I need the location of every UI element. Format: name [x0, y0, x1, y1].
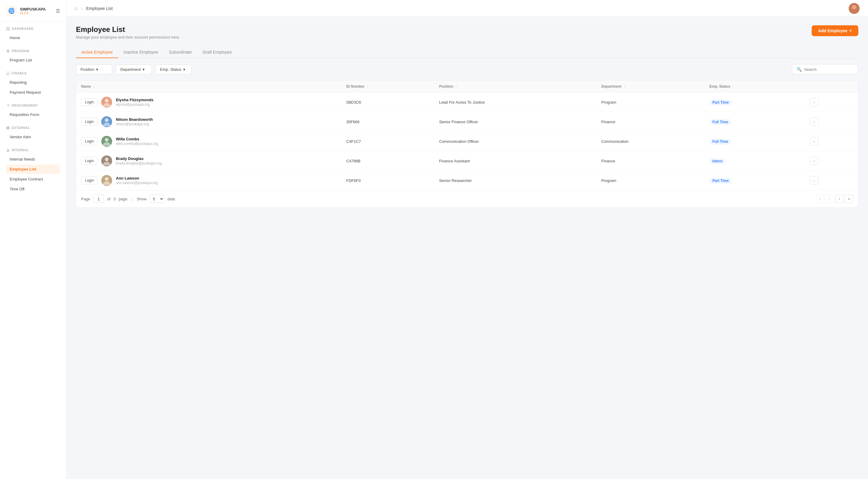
cell-id-3: C4798B — [341, 151, 434, 171]
total-pages: 3 — [113, 197, 116, 201]
sidebar-logo: 🌀 SIMPUSKAPA v1.2.9 ☰ — [0, 0, 66, 22]
add-employee-button[interactable]: Add Employee + — [812, 25, 858, 36]
cell-id-1: 30F666 — [341, 112, 434, 132]
cell-id-4: FDF6F0 — [341, 171, 434, 190]
page-title-block: Employee List Manage your employee and t… — [76, 25, 180, 39]
employee-table: Name ↕ ID Number ↕ Position ↕ Departme — [76, 81, 858, 207]
position-filter[interactable]: Position ▾ — [76, 64, 112, 74]
status-badge-0: Part Time — [710, 99, 732, 105]
search-icon: 🔍 — [797, 67, 802, 72]
sort-department-icon[interactable]: ↕ — [624, 85, 625, 88]
sidebar-item-requisition-form[interactable]: Requisition Form — [6, 110, 60, 119]
topbar: ⌂ > Employee List — [66, 0, 868, 17]
sidebar-item-program-list[interactable]: Program List — [6, 56, 60, 65]
status-badge-2: Full Time — [710, 138, 731, 145]
hamburger-button[interactable]: ☰ — [56, 8, 60, 14]
cell-status-4: Part Time — [705, 171, 805, 190]
row-detail-button-0[interactable]: › — [810, 98, 818, 106]
section-label-finance: FINANCE — [6, 71, 60, 75]
sidebar-item-reporting[interactable]: Reporting — [6, 78, 60, 87]
svg-point-5 — [7, 107, 8, 107]
show-label: Show — [137, 197, 147, 201]
sort-id-icon[interactable]: ↕ — [367, 85, 368, 88]
cell-action-2: › — [805, 132, 858, 151]
sidebar-section-procurement: PROCUREMENT Requisition Form — [0, 99, 66, 121]
pagination-buttons: « ‹ › » — [816, 195, 853, 203]
prev-page-button[interactable]: ‹ — [826, 195, 834, 203]
home-icon[interactable]: ⌂ — [75, 6, 78, 11]
sort-position-icon[interactable]: ↕ — [456, 85, 457, 88]
sidebar-item-employee-contract[interactable]: Employee Contract — [6, 174, 60, 184]
department-filter[interactable]: Department ▾ — [116, 64, 152, 74]
page-separator: | — [131, 197, 132, 201]
first-page-button[interactable]: « — [816, 195, 824, 203]
tab-subordinate[interactable]: Subordinate — [164, 47, 197, 58]
sidebar-item-internal-needs[interactable]: Internal Needs — [6, 155, 60, 164]
search-input[interactable] — [804, 67, 852, 72]
sort-name-icon[interactable]: ↕ — [93, 85, 95, 88]
svg-point-6 — [9, 107, 9, 107]
emp-status-filter[interactable]: Emp. Status ▾ — [156, 64, 192, 74]
avatar-1 — [101, 116, 112, 127]
status-badge-4: Part Time — [710, 178, 732, 184]
row-detail-button-4[interactable]: › — [810, 176, 818, 185]
row-detail-button-2[interactable]: › — [810, 137, 818, 146]
tab-inactive-employee[interactable]: Inactive Employee — [118, 47, 163, 58]
sidebar-item-time-off[interactable]: Time Off — [6, 184, 60, 194]
tab-draft-employee[interactable]: Draft Employee — [197, 47, 237, 58]
table-row: Login Nilson Beardsworth nilson@puskapa.… — [76, 112, 858, 132]
login-button-1[interactable]: Login — [81, 118, 98, 126]
section-label-program: PROGRAM — [6, 49, 60, 53]
login-button-0[interactable]: Login — [81, 98, 98, 106]
sort-status-icon[interactable]: ↕ — [733, 85, 734, 88]
show-count-select[interactable]: 5 10 20 — [150, 195, 164, 203]
svg-point-14 — [105, 138, 108, 141]
status-badge-3: Intern — [710, 158, 725, 164]
status-badge-1: Full Time — [710, 119, 731, 125]
login-button-4[interactable]: Login — [81, 177, 98, 184]
cell-name-2: Login Willa Combs willa.combs@puskapa.or… — [76, 132, 341, 151]
login-button-3[interactable]: Login — [81, 157, 98, 165]
sidebar-item-home[interactable]: Home — [6, 33, 60, 42]
svg-rect-3 — [8, 29, 10, 30]
cell-department-0: Program — [596, 93, 705, 112]
cell-position-4: Senior Researcher — [434, 171, 596, 190]
table-row: Login Ann Lawson ann.lawson@puskapa.org … — [76, 171, 858, 190]
of-label: of — [107, 197, 110, 201]
svg-rect-1 — [8, 27, 10, 29]
tab-active-employee[interactable]: Active Employee — [76, 47, 118, 58]
section-label-internal: INTERNAL — [6, 148, 60, 152]
user-avatar[interactable] — [849, 3, 860, 14]
page-number-input[interactable] — [93, 195, 104, 203]
emp-email-3: brady.douglas@puskapa.org — [116, 161, 162, 165]
sidebar-item-payment-request[interactable]: Payment Request — [6, 88, 60, 97]
department-chevron-icon: ▾ — [143, 67, 145, 72]
sidebar-section-finance: FINANCE Reporting Payment Request — [0, 67, 66, 99]
sidebar-item-vendor-adm[interactable]: Vendor Adm — [6, 132, 60, 141]
table-row: Login Willa Combs willa.combs@puskapa.or… — [76, 132, 858, 151]
sidebar-item-employee-list[interactable]: Employee List — [6, 164, 60, 174]
login-button-2[interactable]: Login — [81, 137, 98, 145]
app-name: SIMPUSKAPA — [20, 7, 46, 11]
row-detail-button-1[interactable]: › — [810, 118, 818, 126]
employee-rows: Login Elysha Fitzsymonds elysha@puskapa.… — [76, 93, 858, 190]
avatar-2 — [101, 136, 112, 147]
page-suffix: page — [119, 197, 127, 201]
department-filter-label: Department — [120, 67, 141, 72]
add-employee-label: Add Employee — [818, 28, 847, 33]
filters-row: Position ▾ Department ▾ Emp. Status ▾ 🔍 — [76, 64, 858, 74]
cell-id-0: 5BD3C6 — [341, 93, 434, 112]
table-header: Name ↕ ID Number ↕ Position ↕ Departme — [76, 81, 858, 93]
emp-email-4: ann.lawson@puskapa.org — [116, 181, 158, 185]
next-page-button[interactable]: › — [835, 195, 844, 203]
cell-name-1: Login Nilson Beardsworth nilson@puskapa.… — [76, 112, 341, 132]
breadcrumb-current: Employee List — [86, 6, 113, 11]
emp-name-4: Ann Lawson — [116, 176, 158, 181]
last-page-button[interactable]: » — [845, 195, 853, 203]
pagination-row: Page of 3 page | Show 5 10 20 data « ‹ ›… — [76, 190, 858, 207]
cell-department-4: Program — [596, 171, 705, 190]
row-detail-button-3[interactable]: › — [810, 157, 818, 165]
emp-info-3: Brady Douglas brady.douglas@puskapa.org — [116, 156, 162, 165]
cell-status-3: Intern — [705, 151, 805, 171]
cell-name-4: Login Ann Lawson ann.lawson@puskapa.org — [76, 171, 341, 190]
